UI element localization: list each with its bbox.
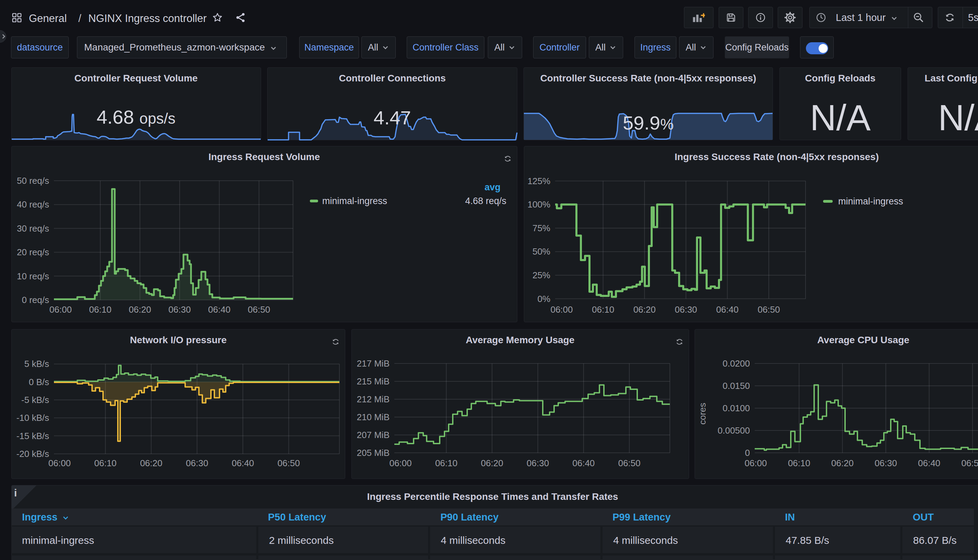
svg-text:125%: 125% — [528, 176, 551, 186]
svg-text:06:10: 06:10 — [94, 458, 117, 468]
svg-text:06:50: 06:50 — [248, 304, 270, 315]
svg-text:0: 0 — [745, 448, 750, 458]
svg-text:06:00: 06:00 — [389, 458, 412, 468]
svg-text:10 req/s: 10 req/s — [17, 271, 49, 282]
svg-text:75%: 75% — [532, 223, 550, 233]
svg-text:30 req/s: 30 req/s — [17, 223, 49, 233]
svg-text:06:20: 06:20 — [633, 304, 656, 315]
svg-text:06:00: 06:00 — [550, 304, 573, 315]
svg-text:06:50: 06:50 — [961, 458, 978, 468]
svg-text:-5 kB/s: -5 kB/s — [21, 395, 49, 405]
svg-text:50%: 50% — [532, 246, 550, 257]
svg-text:40 req/s: 40 req/s — [17, 199, 49, 210]
svg-text:210 MiB: 210 MiB — [357, 412, 390, 422]
svg-text:25%: 25% — [532, 270, 550, 280]
svg-text:06:40: 06:40 — [208, 304, 230, 315]
svg-text:06:00: 06:00 — [50, 304, 72, 315]
svg-text:06:20: 06:20 — [129, 304, 151, 315]
svg-text:06:30: 06:30 — [875, 458, 897, 468]
svg-text:0.0200: 0.0200 — [722, 358, 750, 368]
svg-text:06:00: 06:00 — [745, 458, 767, 468]
svg-text:20 req/s: 20 req/s — [17, 247, 49, 257]
svg-text:06:50: 06:50 — [278, 458, 300, 468]
svg-text:06:40: 06:40 — [716, 304, 738, 315]
svg-text:cores: cores — [697, 403, 708, 425]
svg-text:0 req/s: 0 req/s — [22, 295, 50, 305]
svg-text:0%: 0% — [537, 294, 550, 304]
svg-text:0.0150: 0.0150 — [722, 381, 750, 391]
svg-text:06:50: 06:50 — [758, 304, 780, 315]
svg-text:06:10: 06:10 — [435, 458, 458, 468]
svg-text:5 kB/s: 5 kB/s — [24, 359, 49, 369]
svg-text:06:50: 06:50 — [618, 458, 640, 468]
svg-text:100%: 100% — [528, 199, 551, 210]
svg-text:0 B/s: 0 B/s — [29, 377, 49, 387]
svg-text:06:20: 06:20 — [140, 458, 162, 468]
svg-text:06:10: 06:10 — [592, 304, 614, 315]
svg-text:06:20: 06:20 — [831, 458, 854, 468]
svg-text:06:30: 06:30 — [168, 304, 191, 315]
svg-text:06:40: 06:40 — [232, 458, 254, 468]
svg-text:212 MiB: 212 MiB — [357, 394, 390, 404]
svg-text:06:40: 06:40 — [918, 458, 940, 468]
svg-text:205 MiB: 205 MiB — [357, 448, 390, 458]
svg-text:50 req/s: 50 req/s — [17, 175, 49, 186]
svg-text:06:40: 06:40 — [572, 458, 595, 468]
svg-text:-20 kB/s: -20 kB/s — [17, 449, 49, 459]
svg-text:-15 kB/s: -15 kB/s — [17, 431, 49, 441]
svg-text:06:20: 06:20 — [481, 458, 503, 468]
svg-text:06:10: 06:10 — [89, 304, 111, 315]
svg-text:0.0100: 0.0100 — [722, 403, 750, 413]
svg-text:06:30: 06:30 — [186, 458, 208, 468]
svg-text:215 MiB: 215 MiB — [357, 376, 390, 387]
svg-text:06:00: 06:00 — [48, 458, 71, 468]
svg-text:-10 kB/s: -10 kB/s — [17, 413, 49, 423]
svg-text:06:10: 06:10 — [788, 458, 810, 468]
svg-text:217 MiB: 217 MiB — [357, 358, 390, 368]
svg-text:0.00500: 0.00500 — [718, 425, 750, 436]
svg-text:06:30: 06:30 — [526, 458, 549, 468]
svg-text:06:30: 06:30 — [675, 304, 697, 315]
svg-text:207 MiB: 207 MiB — [357, 430, 390, 440]
